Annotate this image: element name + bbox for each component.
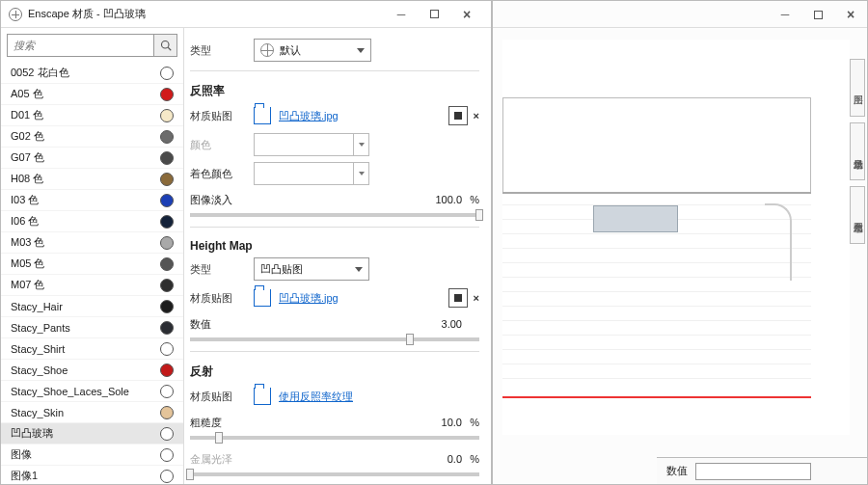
type-select[interactable]: 默认 xyxy=(254,39,371,62)
value-label: 数值 xyxy=(666,464,688,478)
material-swatch xyxy=(160,279,174,292)
svg-point-0 xyxy=(161,41,169,49)
material-swatch xyxy=(160,88,174,101)
material-settings-panel: 类型 默认 反照率 材质贴图 凹凸玻璃.jpg × xyxy=(184,28,491,484)
material-name: I03 色 xyxy=(11,193,152,207)
hm-type-label: 类型 xyxy=(190,262,254,277)
material-name: 凹凸玻璃 xyxy=(11,426,152,441)
material-swatch xyxy=(160,67,174,80)
material-item[interactable]: I06 色 xyxy=(1,211,183,232)
hm-tex-label: 材质贴图 xyxy=(190,291,254,306)
material-swatch xyxy=(160,194,174,207)
material-item[interactable]: Stacy_Hair xyxy=(1,296,183,317)
material-name: Stacy_Hair xyxy=(11,301,152,312)
color-picker xyxy=(254,133,369,156)
material-name: Stacy_Shirt xyxy=(11,343,152,355)
albedo-tex-clear-button[interactable]: × xyxy=(474,110,479,121)
reflection-section-title: 反射 xyxy=(190,364,479,380)
maximize-button[interactable] xyxy=(418,1,450,28)
material-name: M05 色 xyxy=(11,256,152,271)
material-item[interactable]: 凹凸玻璃 xyxy=(1,423,183,445)
fade-unit: % xyxy=(462,194,479,205)
metallic-slider[interactable] xyxy=(190,472,479,476)
material-name: M03 色 xyxy=(11,235,152,250)
wall-niche xyxy=(593,205,678,232)
material-list[interactable]: 0052 花白色A05 色D01 色G02 色G07 色H08 色I03 色I0… xyxy=(1,63,183,484)
material-swatch xyxy=(160,364,174,377)
material-swatch xyxy=(160,385,174,398)
search-input[interactable] xyxy=(7,34,154,57)
albedo-tex-preview-button[interactable] xyxy=(448,106,468,125)
material-item[interactable]: H08 色 xyxy=(1,169,183,190)
material-item[interactable]: M07 色 xyxy=(1,275,183,296)
material-item[interactable]: 图像 xyxy=(1,445,183,466)
material-item[interactable]: Stacy_Skin xyxy=(1,402,183,423)
material-item[interactable]: Stacy_Shoe xyxy=(1,360,183,381)
side-tab-1[interactable]: 场景信息 xyxy=(850,122,865,180)
fade-label: 图像淡入 xyxy=(190,193,254,207)
viewport[interactable] xyxy=(502,40,850,435)
material-swatch xyxy=(160,236,174,250)
material-item[interactable]: D01 色 xyxy=(1,105,183,126)
hm-tex-link[interactable]: 凹凸玻璃.jpg xyxy=(279,291,339,306)
use-albedo-link[interactable]: 使用反照率纹理 xyxy=(279,390,353,404)
bg-maximize-button[interactable] xyxy=(801,1,834,28)
material-name: Stacy_Shoe_Laces_Sole xyxy=(11,386,152,397)
material-item[interactable]: 图像1 xyxy=(1,466,183,484)
titlebar[interactable]: Enscape 材质 - 凹凸玻璃 ─ × xyxy=(1,1,491,28)
material-name: 图像1 xyxy=(11,469,152,483)
search-button[interactable] xyxy=(154,34,177,57)
side-tab-2[interactable]: 图元信息 xyxy=(850,186,865,244)
folder-icon[interactable] xyxy=(254,289,271,307)
window-title: Enscape 材质 - 凹凸玻璃 xyxy=(28,7,146,21)
tint-picker[interactable] xyxy=(254,162,369,185)
folder-icon[interactable] xyxy=(254,388,271,405)
folder-icon[interactable] xyxy=(254,107,271,124)
material-item[interactable]: A05 色 xyxy=(1,84,183,105)
color-label: 颜色 xyxy=(190,138,254,152)
svg-line-1 xyxy=(168,47,171,50)
value-input[interactable] xyxy=(695,463,811,480)
material-swatch xyxy=(160,406,174,419)
amount-label: 数值 xyxy=(190,317,254,332)
roughness-slider[interactable] xyxy=(190,436,479,440)
material-item[interactable]: Stacy_Shirt xyxy=(1,338,183,360)
amount-slider[interactable] xyxy=(190,337,479,341)
close-button[interactable]: × xyxy=(450,1,483,28)
fade-slider[interactable] xyxy=(190,213,479,217)
bg-minimize-button[interactable]: ─ xyxy=(769,1,801,28)
material-item[interactable]: G02 色 xyxy=(1,126,183,148)
material-item[interactable]: Stacy_Shoe_Laces_Sole xyxy=(1,381,183,402)
roughness-unit: % xyxy=(462,417,479,428)
minimize-button[interactable]: ─ xyxy=(385,1,418,28)
globe-icon xyxy=(260,43,274,57)
metallic-label: 金属光泽 xyxy=(190,452,254,467)
material-swatch xyxy=(160,215,174,229)
material-item[interactable]: G07 色 xyxy=(1,148,183,169)
material-item[interactable]: Stacy_Pants xyxy=(1,317,183,338)
side-tab-0[interactable]: 图层 xyxy=(850,59,865,117)
material-name: G02 色 xyxy=(11,129,152,144)
roughness-label: 粗糙度 xyxy=(190,416,254,430)
tint-label: 着色颜色 xyxy=(190,167,254,181)
material-item[interactable]: M05 色 xyxy=(1,254,183,275)
albedo-tex-link[interactable]: 凹凸玻璃.jpg xyxy=(279,109,339,123)
material-item[interactable]: I03 色 xyxy=(1,190,183,211)
metallic-value: 0.0 xyxy=(448,453,462,465)
refl-tex-label: 材质贴图 xyxy=(190,390,254,404)
material-name: 图像 xyxy=(11,447,152,462)
hm-tex-clear-button[interactable]: × xyxy=(474,292,479,304)
material-name: Stacy_Shoe xyxy=(11,364,152,376)
bg-close-button[interactable]: × xyxy=(834,1,867,28)
hm-type-select[interactable]: 凹凸贴图 xyxy=(254,257,369,281)
material-swatch xyxy=(160,300,174,313)
red-axis xyxy=(502,396,811,398)
albedo-section-title: 反照率 xyxy=(190,83,479,99)
material-item[interactable]: 0052 花白色 xyxy=(1,63,183,84)
hm-tex-preview-button[interactable] xyxy=(448,288,468,308)
type-label: 类型 xyxy=(190,43,254,58)
bg-titlebar: ─ × xyxy=(493,1,867,28)
chevron-down-icon xyxy=(357,48,365,53)
chevron-down-icon xyxy=(355,267,363,272)
material-item[interactable]: M03 色 xyxy=(1,232,183,254)
